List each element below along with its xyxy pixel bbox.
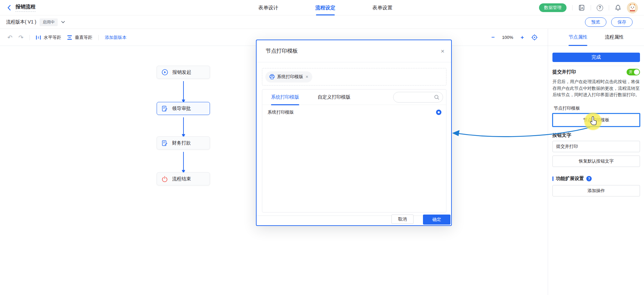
vertical-equal-icon bbox=[67, 35, 72, 40]
tab-form-setup[interactable]: 表单设置 bbox=[372, 0, 392, 15]
submit-print-description: 开启后，用户在处理流程时点击此按钮，将保存用户在此节点中对数据的更改，流程流转至… bbox=[552, 78, 643, 98]
doc-edit-icon bbox=[162, 140, 168, 146]
template-picker: 系统打印模版 自定义打印模版 系统打印模版 bbox=[262, 89, 446, 213]
tab-node-properties[interactable]: 节点属性 bbox=[569, 29, 587, 46]
panel-tabs: 节点属性 流程属性 bbox=[548, 29, 644, 46]
submit-print-row: 提交并打印 开 bbox=[552, 69, 640, 75]
zoom-level: 100% bbox=[502, 35, 513, 40]
version-bar: 流程版本( V1 ) 启用中 预览 保存 bbox=[0, 15, 644, 29]
divider bbox=[609, 5, 609, 10]
notification-bell-icon[interactable] bbox=[615, 4, 621, 11]
template-item-label: 系统打印模版 bbox=[268, 109, 294, 115]
flow-node-leader-approve[interactable]: 领导审批 bbox=[157, 102, 210, 115]
undo-icon[interactable]: ↶ bbox=[7, 35, 12, 41]
horizontal-equal-button[interactable]: 水平等距 bbox=[36, 35, 61, 41]
app-header: 报销流程 表单设计 流程设定 表单设置 数据管理 A ? bbox=[0, 0, 644, 15]
flow-node-start[interactable]: 报销发起 bbox=[157, 66, 210, 79]
reset-button-text-button[interactable]: 恢复默认按钮文字 bbox=[552, 156, 640, 167]
node-template-label: 节点打印模板 bbox=[554, 105, 580, 111]
chevron-down-icon[interactable] bbox=[61, 21, 65, 23]
tab-system-template[interactable]: 系统打印模版 bbox=[271, 90, 299, 105]
flow-node-label: 财务打款 bbox=[172, 140, 191, 146]
preview-button[interactable]: 预览 bbox=[585, 17, 606, 27]
properties-panel: 节点属性 流程属性 完成 提交并打印 开 开启后，用户在处理流程时点击此按钮，将… bbox=[548, 29, 644, 295]
toggle-on-label: 开 bbox=[629, 70, 633, 74]
flow-node-label: 报销发起 bbox=[172, 69, 191, 75]
zoom-in-button[interactable]: + bbox=[521, 35, 524, 40]
zoom-controls: − 100% + bbox=[491, 29, 538, 46]
add-version-link[interactable]: 添加新版本 bbox=[105, 35, 126, 41]
contacts-icon[interactable]: A bbox=[578, 4, 585, 11]
redo-icon[interactable]: ↷ bbox=[18, 35, 23, 41]
status-badge: 启用中 bbox=[40, 18, 58, 26]
horizontal-equal-icon bbox=[36, 35, 41, 40]
toolbar-left: ↶ ↷ 水平等距 垂直等距 添加新版本 bbox=[7, 29, 126, 46]
version-actions: 预览 保存 bbox=[585, 15, 633, 29]
node-template-button[interactable]: 节点打印模板 bbox=[552, 113, 640, 127]
search-input[interactable] bbox=[398, 95, 434, 100]
svg-text:A: A bbox=[581, 6, 583, 10]
divider bbox=[30, 35, 30, 40]
flow-node-label: 流程结束 bbox=[172, 176, 191, 182]
tab-form-design[interactable]: 表单设计 bbox=[258, 0, 278, 15]
fit-view-icon[interactable] bbox=[531, 34, 538, 41]
question-help-icon[interactable]: ? bbox=[586, 176, 592, 181]
header-left: 报销流程 bbox=[7, 0, 36, 15]
modal-title: 节点打印模板 bbox=[266, 48, 441, 55]
version-info: 流程版本( V1 ) 启用中 bbox=[6, 15, 65, 29]
modal-footer-divider bbox=[257, 216, 451, 216]
divider bbox=[98, 35, 99, 40]
version-label: 流程版本( V1 ) bbox=[6, 19, 36, 25]
play-circle-icon bbox=[162, 69, 168, 75]
save-button[interactable]: 保存 bbox=[611, 17, 633, 27]
button-text-label: 按钮文字 bbox=[552, 132, 571, 138]
back-icon[interactable] bbox=[7, 5, 11, 11]
divider bbox=[552, 66, 640, 66]
section-bar bbox=[552, 176, 553, 181]
add-action-button[interactable]: 添加操作 bbox=[552, 185, 640, 196]
submit-print-toggle[interactable]: 开 bbox=[627, 69, 640, 75]
page-title[interactable]: 报销流程 bbox=[15, 4, 36, 12]
flow-node-finance-pay[interactable]: 财务打款 bbox=[157, 136, 210, 150]
divider bbox=[572, 5, 573, 10]
toggle-knob bbox=[634, 69, 639, 75]
template-tag-label: 系统打印模版 bbox=[277, 74, 303, 80]
template-tag: 系统打印模版 × bbox=[265, 71, 312, 82]
extension-label: 功能扩展设置 bbox=[556, 176, 584, 182]
tab-flow-properties[interactable]: 流程属性 bbox=[605, 29, 624, 46]
flow-connectors bbox=[180, 77, 186, 181]
search-icon bbox=[434, 95, 439, 100]
finish-button[interactable]: 完成 bbox=[552, 53, 640, 62]
submit-print-label: 提交并打印 bbox=[552, 69, 627, 75]
tab-flow-setting[interactable]: 流程设定 bbox=[315, 0, 335, 15]
flow-node-label: 领导审批 bbox=[172, 106, 191, 112]
vertical-equal-label: 垂直等距 bbox=[75, 35, 92, 41]
selected-templates-box: 系统打印模版 × bbox=[262, 68, 446, 85]
template-tabs: 系统打印模版 自定义打印模版 bbox=[262, 90, 446, 105]
vertical-equal-button[interactable]: 垂直等距 bbox=[67, 35, 92, 41]
template-search[interactable] bbox=[393, 92, 443, 103]
power-icon bbox=[162, 176, 168, 182]
tab-custom-template[interactable]: 自定义打印模版 bbox=[318, 90, 351, 105]
doc-edit-icon bbox=[162, 106, 168, 112]
zoom-out-button[interactable]: − bbox=[491, 35, 495, 40]
node-print-template-modal: 节点打印模板 × 系统打印模版 × 系统打印模版 自定义打印模版 系统打印模版 bbox=[256, 40, 452, 226]
main-nav-tabs: 表单设计 流程设定 表单设置 bbox=[258, 0, 392, 15]
header-right: 数据管理 A ? bbox=[539, 0, 638, 15]
printer-icon bbox=[269, 74, 275, 79]
template-list-item[interactable]: 系统打印模版 bbox=[262, 105, 446, 120]
cancel-button[interactable]: 取消 bbox=[391, 215, 414, 224]
modal-header: 节点打印模板 × bbox=[257, 40, 451, 62]
horizontal-equal-label: 水平等距 bbox=[44, 35, 61, 41]
extension-section-header: 功能扩展设置 ? bbox=[552, 176, 592, 182]
user-avatar[interactable] bbox=[627, 2, 638, 13]
flow-node-end[interactable]: 流程结束 bbox=[157, 172, 210, 185]
radio-selected-icon[interactable] bbox=[436, 110, 441, 115]
close-icon[interactable]: × bbox=[441, 48, 444, 54]
button-text-input[interactable] bbox=[552, 141, 640, 152]
data-manage-button[interactable]: 数据管理 bbox=[539, 3, 567, 12]
divider bbox=[591, 5, 591, 10]
help-icon[interactable]: ? bbox=[597, 5, 603, 11]
confirm-button[interactable]: 确定 bbox=[423, 215, 450, 225]
remove-tag-icon[interactable]: × bbox=[306, 74, 308, 79]
